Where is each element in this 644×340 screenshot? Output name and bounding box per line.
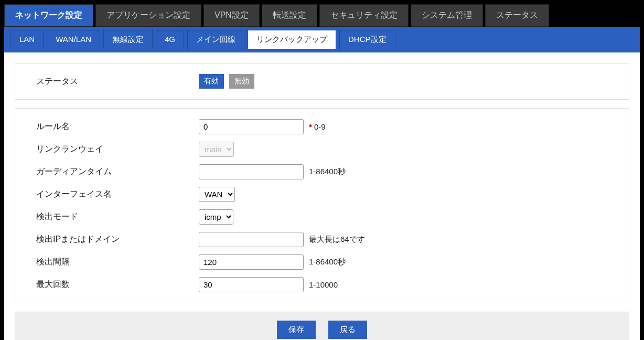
form-panel: ルール名 * 0-9 リンクランウェイ main ガーディアンタイム <box>15 108 629 303</box>
tab-vpn[interactable]: VPN設定 <box>203 4 260 27</box>
status-enabled-button[interactable]: 有効 <box>199 74 224 89</box>
button-bar: 保存 戻る <box>15 312 629 340</box>
rule-name-label: ルール名 <box>36 121 199 132</box>
detect-interval-input[interactable] <box>199 254 304 270</box>
guardian-time-input[interactable] <box>199 164 304 179</box>
detect-interval-label: 検出間隔 <box>36 257 199 268</box>
max-count-input[interactable] <box>199 277 304 292</box>
guardian-time-hint: 1-86400秒 <box>309 167 346 177</box>
interface-name-select[interactable]: WAN <box>199 187 235 202</box>
sub-tabs: LAN WAN/LAN 無線設定 4G メイン回線 リンクバックアップ DHCP… <box>4 27 640 52</box>
detect-ip-label: 検出IPまたはドメイン <box>36 234 199 245</box>
detect-ip-hint: 最大長は64です <box>309 235 365 245</box>
subtab-lan[interactable]: LAN <box>10 30 44 49</box>
detect-interval-hint: 1-86400秒 <box>309 257 346 267</box>
detect-ip-input[interactable] <box>199 232 304 247</box>
content-area: ステータス 有効 無効 ルール名 * 0-9 リンクランウェイ ma <box>4 52 640 340</box>
rule-name-input[interactable] <box>199 119 304 134</box>
back-button[interactable]: 戻る <box>328 321 367 339</box>
subtab-dhcp[interactable]: DHCP設定 <box>339 30 395 49</box>
link-runway-label: リンクランウェイ <box>36 144 199 155</box>
main-tabs: ネットワーク設定 アプリケーション設定 VPN設定 転送設定 セキュリティ設定 … <box>0 0 644 27</box>
guardian-time-label: ガーディアンタイム <box>36 166 199 177</box>
tab-security[interactable]: セキュリティ設定 <box>319 4 409 27</box>
tab-status[interactable]: ステータス <box>485 4 549 27</box>
subtab-4g[interactable]: 4G <box>156 30 184 49</box>
detect-mode-select[interactable]: icmp <box>199 209 233 225</box>
interface-name-label: インターフェイス名 <box>36 189 199 200</box>
subtab-linkbackup[interactable]: リンクバックアップ <box>248 30 336 49</box>
detect-mode-label: 検出モード <box>36 211 199 222</box>
subtab-wireless[interactable]: 無線設定 <box>103 30 153 49</box>
tab-network[interactable]: ネットワーク設定 <box>4 4 93 27</box>
link-runway-select[interactable]: main <box>199 142 234 157</box>
max-count-label: 最大回数 <box>36 279 199 290</box>
max-count-hint: 1-10000 <box>309 280 338 289</box>
status-label: ステータス <box>36 76 199 87</box>
save-button[interactable]: 保存 <box>277 321 316 339</box>
tab-system[interactable]: システム管理 <box>411 4 483 27</box>
subtab-mainline[interactable]: メイン回線 <box>187 30 244 49</box>
tab-forward[interactable]: 転送設定 <box>262 4 317 27</box>
status-panel: ステータス 有効 無効 <box>15 63 629 100</box>
tab-application[interactable]: アプリケーション設定 <box>95 4 201 27</box>
status-disabled-button[interactable]: 無効 <box>229 74 254 89</box>
rule-name-hint: * 0-9 <box>309 122 326 131</box>
subtab-wanlan[interactable]: WAN/LAN <box>47 30 100 49</box>
